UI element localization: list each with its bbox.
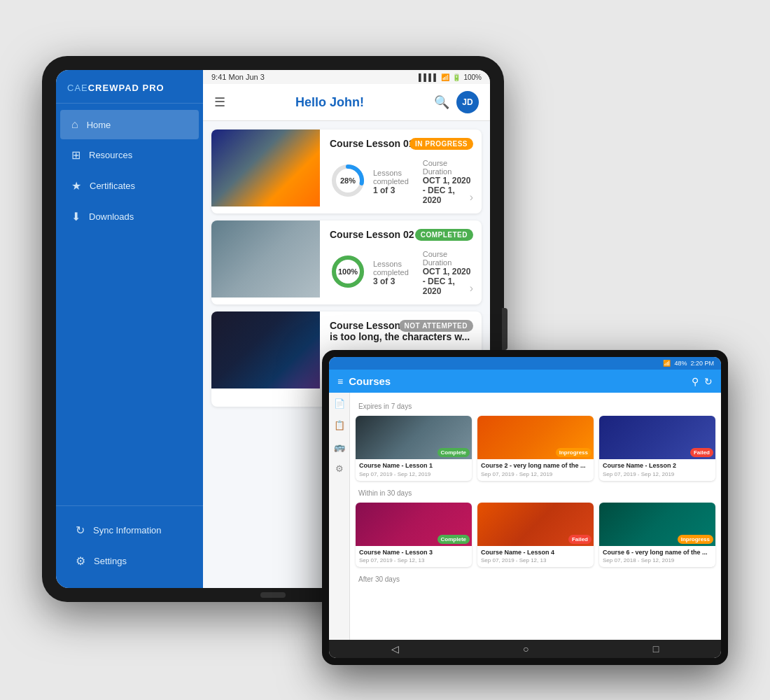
lessons-label-02: Lessons completed	[373, 260, 409, 276]
course-grid-item-b3[interactable]: Inprogress Course 6 - very long name of …	[599, 503, 715, 568]
grid-badge-b3: Inprogress	[678, 535, 713, 544]
course-grid-item-a1[interactable]: Complete Course Name - Lesson 1 Sep 07, …	[356, 416, 472, 481]
course-thumbnail-03	[211, 312, 320, 388]
lessons-completed-02: Lessons completed 3 of 3	[373, 260, 409, 286]
downloads-icon: ⬇	[71, 210, 80, 223]
section-label-2: Within in 30 days	[356, 488, 715, 498]
sidebar-item-sync[interactable]: ↻ Sync Information	[64, 515, 195, 545]
android-back-button[interactable]: ◁	[391, 643, 399, 654]
battery-icon: 🔋	[452, 74, 461, 81]
settings-icon: ⚙	[76, 554, 85, 568]
logo-main: CREWPAD PRO	[88, 83, 164, 93]
sidebar-nav: ⌂ Home ⊞ Resources ★ Certificates ⬇ Down…	[56, 104, 203, 505]
sync-icon: ↻	[76, 524, 85, 537]
grid-info-a2: Course 2 - very long name of the ... Sep…	[477, 459, 594, 481]
ipad-sidebar: CAECREWPAD PRO ⌂ Home ⊞ Resources ★ Cert…	[56, 70, 203, 588]
grid-info-b3: Course 6 - very long name of the ... Sep…	[599, 546, 715, 568]
android-status-bar: 📶 48% 2:20 PM	[329, 357, 721, 370]
sidebar-icon-2[interactable]: 📋	[334, 420, 345, 430]
sidebar-icon-4[interactable]: ⚙	[335, 463, 344, 474]
sidebar-item-label: Downloads	[89, 211, 134, 222]
grid-title-a3: Course Name - Lesson 2	[603, 462, 712, 470]
android-search-icon[interactable]: ⚲	[692, 376, 699, 387]
duration-label-02: Course Duration	[423, 250, 452, 267]
grid-title-b3: Course 6 - very long name of the ...	[603, 549, 712, 557]
grid-info-b1: Course Name - Lesson 3 Sep 07, 2019 - Se…	[356, 546, 472, 568]
sidebar-icon-3[interactable]: 🚌	[334, 442, 345, 452]
android-home-button[interactable]: ○	[523, 643, 528, 654]
grid-badge-b1: Complete	[438, 535, 470, 544]
course-grid-item-a2[interactable]: Inprogress Course 2 - very long name of …	[477, 416, 594, 481]
grid-thumbnail-a1: Complete	[356, 416, 472, 459]
sidebar-item-resources[interactable]: ⊞ Resources	[60, 140, 199, 170]
sidebar-item-label: Home	[87, 120, 111, 130]
wifi-icon: 📶	[441, 74, 449, 81]
duration-value-01: OCT 1, 2020 - DEC 1, 2020	[423, 176, 472, 205]
grid-badge-a1: Complete	[438, 448, 470, 457]
android-tablet: 📶 48% 2:20 PM ≡ Courses ⚲ ↻ 📄 📋 🚌 ⚙	[322, 350, 728, 665]
status-icons: ▌▌▌▌ 📶 🔋 100%	[419, 74, 482, 81]
status-badge-03: NOT ATTEMPTED	[399, 320, 473, 332]
sidebar-item-label: Settings	[94, 556, 127, 566]
ipad-status-bar: 9:41 Mon Jun 3 ▌▌▌▌ 📶 🔋 100%	[203, 70, 490, 84]
duration-label-01: Course Duration	[423, 159, 452, 176]
course-meta-02: Lessons completed 3 of 3 Course Duration…	[373, 250, 472, 296]
status-time: 9:41 Mon Jun 3	[211, 73, 265, 81]
android-menu-icon[interactable]: ≡	[337, 376, 343, 387]
grid-date-b1: Sep 07, 2019 - Sep 12, 13	[359, 557, 468, 564]
grid-badge-a2: Inprogress	[556, 448, 592, 457]
android-header-title: Courses	[349, 375, 391, 387]
donut-02: 100%	[330, 253, 366, 290]
android-main: Expires in 7 days Complete Course Name -…	[350, 393, 721, 640]
sidebar-bottom: ↻ Sync Information ⚙ Settings	[56, 505, 203, 588]
grid-title-a2: Course 2 - very long name of the ...	[481, 462, 590, 470]
android-recents-button[interactable]: □	[653, 643, 659, 654]
grid-date-b2: Sep 07, 2019 - Sep 12, 13	[481, 557, 590, 564]
donut-01: 28%	[330, 162, 366, 199]
signal-icon: ▌▌▌▌	[419, 74, 438, 81]
android-wifi-icon: 📶	[663, 360, 671, 367]
certificates-icon: ★	[71, 179, 81, 192]
course-duration-01: Course Duration OCT 1, 2020 - DEC 1, 202…	[423, 159, 472, 205]
sidebar-item-settings[interactable]: ⚙ Settings	[64, 546, 195, 576]
course-card-01[interactable]: Course Lesson 01 IN PROGRESS 28%	[211, 130, 482, 214]
android-content: 📄 📋 🚌 ⚙ Expires in 7 days Complete Cours…	[329, 393, 721, 640]
course-card-02[interactable]: Course Lesson 02 COMPLETED 100%	[211, 220, 482, 304]
grid-title-b1: Course Name - Lesson 3	[359, 549, 468, 557]
grid-info-a1: Course Name - Lesson 1 Sep 07, 2019 - Se…	[356, 459, 472, 481]
resources-icon: ⊞	[71, 148, 80, 162]
sidebar-logo: CAECREWPAD PRO	[56, 70, 203, 104]
course-thumbnail-01	[211, 130, 320, 206]
sidebar-item-home[interactable]: ⌂ Home	[60, 110, 199, 139]
course-thumbnail-02	[211, 220, 320, 298]
home-icon: ⌂	[71, 118, 78, 131]
course-duration-02: Course Duration OCT 1, 2020 - DEC 1, 202…	[423, 250, 472, 296]
status-badge-02: COMPLETED	[415, 229, 473, 241]
grid-thumbnail-a3: Failed	[599, 416, 715, 459]
android-header-icons: ⚲ ↻	[692, 376, 713, 387]
course-grid-item-a3[interactable]: Failed Course Name - Lesson 2 Sep 07, 20…	[599, 416, 715, 481]
grid-title-b2: Course Name - Lesson 4	[481, 549, 590, 557]
android-screen: 📶 48% 2:20 PM ≡ Courses ⚲ ↻ 📄 📋 🚌 ⚙	[329, 357, 721, 658]
sidebar-item-certificates[interactable]: ★ Certificates	[60, 171, 199, 201]
avatar[interactable]: JD	[456, 91, 479, 113]
android-nav-bar: ◁ ○ □	[329, 640, 721, 658]
donut-wrap-02: 100% Lessons completed 3 of 3 Course Dur…	[330, 247, 472, 296]
chevron-right-icon-02: ›	[470, 282, 473, 295]
android-refresh-icon[interactable]: ↻	[704, 376, 713, 387]
search-icon[interactable]: 🔍	[434, 94, 449, 110]
menu-icon[interactable]: ☰	[214, 94, 225, 110]
sidebar-icon-1[interactable]: 📄	[334, 398, 345, 409]
android-header-left: ≡ Courses	[337, 375, 391, 387]
grid-thumbnail-b2: Failed	[477, 503, 594, 546]
lessons-label-01: Lessons completed	[373, 169, 409, 186]
grid-date-b3: Sep 07, 2018 - Sep 12, 2019	[603, 557, 712, 564]
donut-label-02: 100%	[338, 267, 358, 276]
sidebar-item-downloads[interactable]: ⬇ Downloads	[60, 202, 199, 232]
battery-pct: 100%	[463, 74, 482, 81]
course-grid-item-b1[interactable]: Complete Course Name - Lesson 3 Sep 07, …	[356, 503, 472, 568]
duration-value-02: OCT 1, 2020 - DEC 1, 2020	[423, 267, 472, 296]
donut-wrap-01: 28% Lessons completed 1 of 3 Course Dura…	[330, 156, 472, 205]
course-grid-item-b2[interactable]: Failed Course Name - Lesson 4 Sep 07, 20…	[477, 503, 594, 568]
header-title: Hello John!	[295, 95, 364, 110]
